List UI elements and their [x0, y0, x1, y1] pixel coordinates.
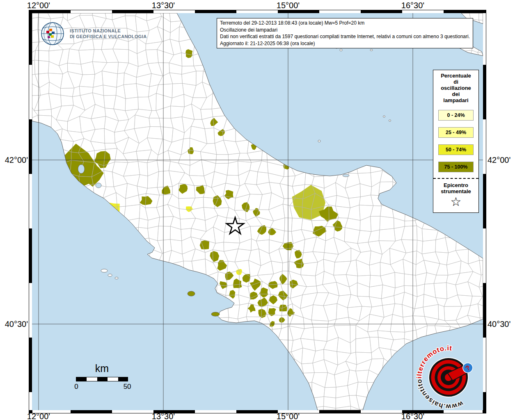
- frame-corner: [29, 410, 32, 413]
- ingv-name: ISTITUTO NAZIONALE DI GEOFISICA E VULCAN…: [70, 28, 147, 39]
- legend-title: Percentuale di oscillazione dei lampadar…: [435, 73, 476, 103]
- legend-title-line: dei: [435, 91, 476, 97]
- event-info-box: Terremoto del 29-12-2013 18:08:43 (ora l…: [217, 18, 473, 48]
- frame-corner: [483, 410, 486, 413]
- event-info-line2: Oscillazione dei lampadari: [220, 27, 470, 34]
- frame-tick-band-left: [29, 10, 32, 413]
- ingv-globe-icon: [39, 21, 66, 47]
- event-info-line3: Dati non verificati estratti da 1597 que…: [220, 33, 470, 40]
- scale-end-label: 50: [124, 383, 131, 391]
- haisentito-watermark: ? www.haisentitoilterremoto.it: [416, 345, 481, 410]
- ingv-name-line2: DI GEOFISICA E VULCANOLOGIA: [70, 34, 147, 39]
- lat-label-left-42: 42°00': [1, 155, 28, 165]
- event-info-line4: Aggiornato il: 21-12-2025 06:38 (ora loc…: [220, 40, 470, 47]
- ingv-name-line1: ISTITUTO NAZIONALE: [70, 28, 147, 34]
- legend-title-line: oscillazione: [435, 85, 476, 91]
- legend-epicenter-line: Epicentro: [435, 182, 476, 188]
- lon-label-top-1630: 16°30': [401, 1, 424, 10]
- legend-title-line: lampadari: [435, 97, 476, 103]
- legend-divider: [433, 178, 478, 179]
- legend-swatch-75-100: 75 - 100%: [438, 162, 474, 172]
- legend: Percentuale di oscillazione dei lampadar…: [433, 70, 479, 213]
- lon-label-top-12: 12°00': [27, 1, 50, 10]
- scale-start-label: 0: [74, 383, 78, 391]
- lon-label-bottom-1630: 16°30': [401, 412, 424, 420]
- legend-epicenter-title: Epicentro strumentale: [435, 182, 476, 194]
- scale-bar: km 0 50: [76, 363, 128, 391]
- legend-swatch-50-74: 50 - 74%: [438, 144, 474, 155]
- legend-title-line: Percentuale: [435, 73, 476, 79]
- lat-label-left-4030: 40°30': [1, 320, 28, 329]
- legend-epicenter-line: strumentale: [435, 188, 476, 194]
- lat-label-right-42: 42°00': [488, 155, 510, 165]
- legend-swatch-0-24: 0 - 24%: [438, 110, 474, 121]
- ingv-logo: ISTITUTO NAZIONALE DI GEOFISICA E VULCAN…: [39, 21, 147, 47]
- frame-tick-band-right: [483, 10, 486, 413]
- frame-corner: [29, 10, 32, 13]
- scale-bar-labels: 0 50: [76, 383, 128, 391]
- map-area: ISTITUTO NAZIONALE DI GEOFISICA E VULCAN…: [32, 13, 483, 410]
- map-frame: ISTITUTO NAZIONALE DI GEOFISICA E VULCAN…: [29, 10, 486, 413]
- frame-tick-band-top: [29, 10, 486, 13]
- lon-label-bottom-1330: 13°30': [152, 412, 175, 420]
- lon-label-top-1330: 13°30': [152, 1, 175, 10]
- event-info-line1: Terremoto del 29-12-2013 18:08:43 (ora l…: [220, 20, 470, 27]
- lat-label-right-4030: 40°30': [488, 320, 510, 329]
- epicenter-star-icon: ☆: [435, 194, 476, 209]
- frame-tick-band-bottom: [29, 410, 486, 413]
- haisentito-logo-icon: ? www.haisentitoilterremoto.it: [416, 345, 481, 410]
- legend-swatch-25-49: 25 - 49%: [438, 127, 474, 138]
- scale-bar-graphic: [76, 377, 128, 381]
- legend-title-line: di: [435, 79, 476, 85]
- frame-corner: [483, 10, 486, 13]
- lon-label-bottom-12: 12°00': [27, 412, 50, 420]
- scale-unit-label: km: [76, 363, 128, 374]
- lon-label-top-15: 15°00': [277, 1, 300, 10]
- lon-label-bottom-15: 15°00': [277, 412, 300, 420]
